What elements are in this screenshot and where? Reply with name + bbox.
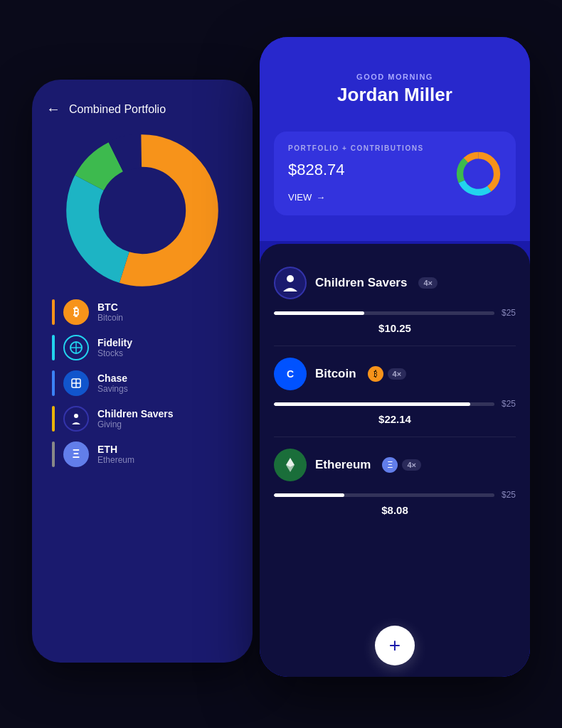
- chase-sub: Savings: [97, 384, 128, 394]
- btc-text: BTC Bitcoin: [97, 301, 123, 323]
- children-text: Children Savers Giving: [97, 408, 174, 429]
- invest-item-children[interactable]: Children Savers 4× $25 $10.25: [274, 255, 516, 346]
- bitcoin-coin-badge: ₿: [368, 366, 383, 382]
- ethereum-progress-fill: [274, 493, 344, 497]
- bitcoin-progress-fill: [274, 402, 470, 406]
- children-savers-icon: [274, 267, 307, 299]
- bitcoin-multiplier: 4×: [388, 368, 407, 380]
- fab-container: +: [260, 614, 530, 677]
- portfolio-info: PORTFOLIO + CONTRIBUTIONS $828.74 VIEW →: [288, 144, 424, 203]
- fidelity-sub: Stocks: [97, 348, 132, 358]
- children-progress-row: $25: [274, 308, 516, 318]
- children-name: Children Savers: [97, 408, 174, 419]
- back-header: ← Combined Portfolio: [46, 101, 238, 117]
- fidelity-name: Fidelity: [97, 337, 132, 348]
- chase-name: Chase: [97, 373, 128, 384]
- bitcoin-badges: ₿ 4×: [368, 366, 407, 382]
- bitcoin-progress-row: $25: [274, 399, 516, 409]
- ethereum-name: Ethereum: [315, 458, 371, 472]
- ethereum-multiplier: 4×: [402, 459, 421, 471]
- fidelity-text: Fidelity Stocks: [97, 337, 132, 358]
- ethereum-icon: [274, 449, 307, 481]
- bitcoin-progress-bg: [274, 402, 494, 406]
- children-savers-name: Children Savers: [315, 276, 407, 290]
- front-header: GOOD MORNING Jordan Miller: [260, 37, 530, 120]
- amount-value: 828.74: [297, 161, 344, 179]
- view-arrow: →: [316, 192, 325, 203]
- ethereum-amount: $8.08: [274, 504, 516, 516]
- invest-top-bitcoin: C Bitcoin ₿ 4×: [274, 358, 516, 390]
- legend-item-btc: ₿ BTC Bitcoin: [52, 299, 233, 325]
- btc-icon: ₿: [63, 299, 89, 325]
- children-progress-fill: [274, 311, 364, 315]
- eth-name: ETH: [97, 444, 134, 455]
- mini-donut-chart: [455, 151, 502, 197]
- portfolio-card[interactable]: PORTFOLIO + CONTRIBUTIONS $828.74 VIEW →: [274, 132, 516, 215]
- legend-bar-chase: [52, 370, 55, 396]
- invest-item-ethereum[interactable]: Ethereum Ξ 4× $25 $8.08: [274, 437, 516, 528]
- bitcoin-name: Bitcoin: [315, 367, 356, 381]
- legend-list: ₿ BTC Bitcoin Fidelity Stocks: [46, 299, 238, 467]
- invest-item-bitcoin[interactable]: C Bitcoin ₿ 4× $25 $22.14: [274, 346, 516, 437]
- fab-add-button[interactable]: +: [375, 626, 415, 665]
- ethereum-progress-row: $25: [274, 490, 516, 500]
- children-badges: 4×: [418, 277, 438, 289]
- back-arrow[interactable]: ←: [46, 101, 60, 117]
- children-max: $25: [502, 308, 516, 318]
- svg-text:C: C: [287, 368, 294, 380]
- back-phone: ← Combined Portfolio: [32, 80, 253, 663]
- portfolio-amount: $828.74: [288, 155, 424, 185]
- legend-bar-btc: [52, 299, 55, 325]
- legend-item-eth: Ξ ETH Ethereum: [52, 441, 233, 467]
- user-name: Jordan Miller: [281, 84, 509, 106]
- eth-text: ETH Ethereum: [97, 444, 134, 465]
- children-multiplier: 4×: [418, 277, 438, 289]
- ethereum-progress-bg: [274, 493, 494, 497]
- eth-back-icon: Ξ: [63, 441, 89, 467]
- svg-point-16: [465, 160, 492, 186]
- children-progress-bg: [274, 311, 494, 315]
- front-phone: GOOD MORNING Jordan Miller PORTFOLIO + C…: [260, 37, 530, 677]
- ethereum-coin-badge: Ξ: [382, 457, 398, 473]
- children-sub: Giving: [97, 419, 174, 429]
- scene: ← Combined Portfolio: [32, 37, 530, 691]
- svg-point-17: [287, 275, 294, 282]
- back-donut-chart: [57, 125, 228, 296]
- btc-name: BTC: [97, 301, 123, 313]
- svg-point-4: [100, 168, 185, 253]
- view-link[interactable]: VIEW →: [288, 192, 424, 203]
- invest-top-children: Children Savers 4×: [274, 267, 516, 299]
- back-title: Combined Portfolio: [69, 103, 166, 116]
- greeting-label: GOOD MORNING: [281, 73, 509, 81]
- legend-item-children: Children Savers Giving: [52, 406, 233, 432]
- legend-bar-fidelity: [52, 335, 55, 360]
- legend-bar-children: [52, 406, 55, 432]
- back-donut-container: [46, 129, 238, 292]
- view-label: VIEW: [288, 192, 312, 203]
- ethereum-badges: Ξ 4×: [382, 457, 421, 473]
- svg-point-11: [74, 414, 78, 418]
- eth-sub: Ethereum: [97, 455, 134, 465]
- investments-list: Children Savers 4× $25 $10.25: [260, 244, 530, 614]
- chase-icon: [63, 370, 89, 396]
- legend-item-fidelity: Fidelity Stocks: [52, 335, 233, 360]
- ethereum-max: $25: [502, 490, 516, 500]
- btc-sub: Bitcoin: [97, 313, 123, 323]
- portfolio-label: PORTFOLIO + CONTRIBUTIONS: [288, 144, 424, 152]
- legend-bar-eth: [52, 441, 55, 467]
- currency-symbol: $: [288, 161, 297, 179]
- children-icon: [63, 406, 89, 432]
- bitcoin-coinbase-icon: C: [274, 358, 307, 390]
- fidelity-icon: [63, 335, 89, 360]
- chase-text: Chase Savings: [97, 373, 128, 394]
- bitcoin-max: $25: [502, 399, 516, 409]
- legend-item-chase: Chase Savings: [52, 370, 233, 396]
- children-amount: $10.25: [274, 322, 516, 334]
- bitcoin-amount: $22.14: [274, 413, 516, 425]
- invest-top-ethereum: Ethereum Ξ 4×: [274, 449, 516, 481]
